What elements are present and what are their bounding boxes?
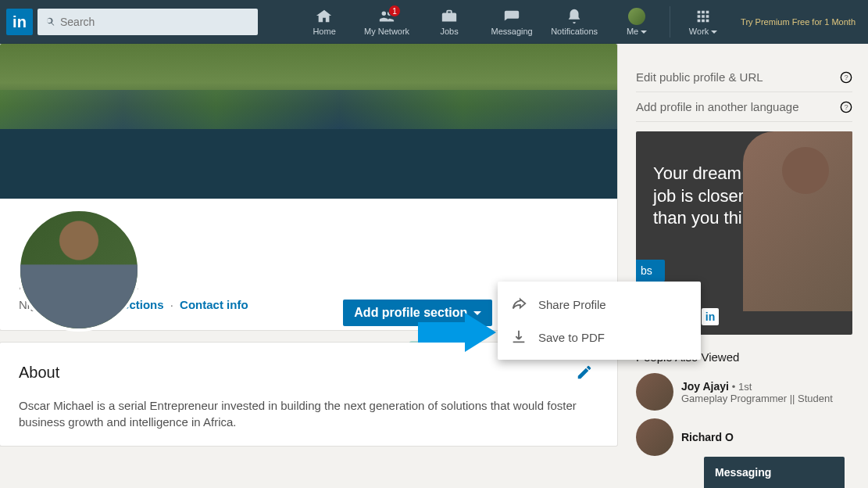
pav-avatar xyxy=(636,418,673,456)
profile-photo[interactable] xyxy=(17,208,141,332)
chevron-down-icon xyxy=(641,30,647,34)
about-heading: About xyxy=(19,364,59,382)
nav-home-label: Home xyxy=(313,27,335,36)
share-profile-item[interactable]: Share Profile xyxy=(498,288,701,321)
svg-text:?: ? xyxy=(844,103,848,111)
nav-notifications-label: Notifications xyxy=(551,27,598,36)
messaging-bar[interactable]: Messaging xyxy=(704,457,845,488)
cover-photo[interactable] xyxy=(0,44,617,199)
share-icon xyxy=(510,296,527,313)
ad-image xyxy=(743,131,852,311)
nav-divider xyxy=(670,6,670,38)
ad-button[interactable]: bs xyxy=(636,260,665,282)
nav-home[interactable]: Home xyxy=(293,0,355,44)
edit-about-button[interactable] xyxy=(570,358,598,386)
nav-work-label: Work xyxy=(689,27,717,36)
top-navigation: in Home My Network 1 Jobs Messaging Noti… xyxy=(0,0,868,44)
nav-messaging-label: Messaging xyxy=(491,27,532,36)
linkedin-logo[interactable]: in xyxy=(6,9,33,35)
add-language-link[interactable]: Add profile in another language ? xyxy=(636,92,852,122)
nav-items: Home My Network 1 Jobs Messaging Notific… xyxy=(293,0,862,44)
search-input[interactable] xyxy=(60,16,250,28)
message-icon xyxy=(503,8,520,25)
nav-jobs-label: Jobs xyxy=(440,27,458,36)
chevron-down-icon xyxy=(711,30,717,34)
network-badge: 1 xyxy=(388,5,401,17)
nav-messaging[interactable]: Messaging xyxy=(480,0,543,44)
about-text: Oscar Michael is a serial Entrepreneur i… xyxy=(19,397,598,430)
pav-item[interactable]: Joy Ajayi • 1st Gameplay Programmer || S… xyxy=(636,373,852,411)
briefcase-icon xyxy=(441,8,458,25)
help-icon[interactable]: ? xyxy=(840,101,852,113)
nav-me-label: Me xyxy=(627,27,647,36)
nav-notifications[interactable]: Notifications xyxy=(543,0,605,44)
arrow-annotation xyxy=(418,313,496,355)
add-lang-label: Add profile in another language xyxy=(636,100,799,113)
edit-url-label: Edit public profile & URL xyxy=(636,70,763,84)
nav-network[interactable]: My Network 1 xyxy=(355,0,418,44)
nav-jobs[interactable]: Jobs xyxy=(418,0,480,44)
separator: · xyxy=(170,298,173,311)
nav-me[interactable]: Me xyxy=(605,0,668,44)
contact-info-link[interactable]: Contact info xyxy=(180,298,248,311)
pav-name: Richard O xyxy=(681,431,852,443)
search-icon xyxy=(45,16,55,27)
pdf-label: Save to PDF xyxy=(538,331,605,344)
help-icon[interactable]: ? xyxy=(840,71,852,84)
save-to-pdf-item[interactable]: Save to PDF xyxy=(498,321,701,353)
avatar-icon xyxy=(628,8,645,25)
pencil-icon xyxy=(576,364,593,381)
pav-name: Joy Ajayi • 1st xyxy=(681,380,852,393)
home-icon xyxy=(316,8,333,25)
search-bar[interactable] xyxy=(38,9,258,35)
more-dropdown: Share Profile Save to PDF xyxy=(498,282,701,360)
edit-public-profile-link[interactable]: Edit public profile & URL ? xyxy=(636,63,852,92)
nav-work[interactable]: Work xyxy=(672,0,734,44)
download-icon xyxy=(510,328,527,346)
pav-item[interactable]: Richard O xyxy=(636,418,852,456)
bell-icon xyxy=(566,8,583,25)
svg-text:?: ? xyxy=(844,74,848,81)
premium-link[interactable]: Try Premium Free for 1 Month xyxy=(734,0,862,44)
sidebar: Edit public profile & URL ? Add profile … xyxy=(636,44,852,464)
share-label: Share Profile xyxy=(538,298,606,311)
pav-title: Gameplay Programmer || Student xyxy=(681,393,852,404)
grid-icon xyxy=(695,8,712,25)
pav-avatar xyxy=(636,373,673,411)
nav-network-label: My Network xyxy=(364,27,409,36)
